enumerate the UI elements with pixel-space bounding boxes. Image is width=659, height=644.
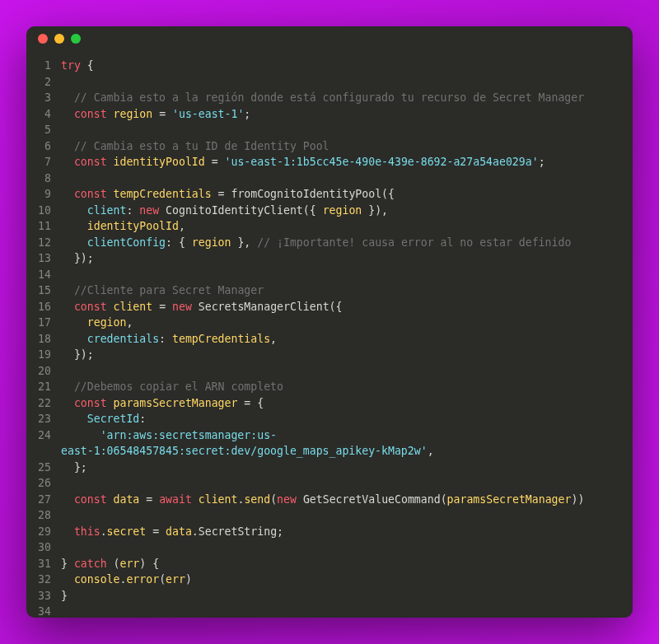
code-line[interactable]: 27 const data = await client.send(new Ge… [26,492,633,508]
code-content[interactable]: this.secret = data.SecretString; [61,524,633,540]
code-line[interactable]: 6 // Cambia esto a tu ID de Identity Poo… [26,138,633,155]
code-content[interactable]: } catch (err) { [61,556,633,572]
code-line[interactable]: 19 }); [26,347,633,363]
line-number: 15 [26,282,61,299]
code-content[interactable]: }); [61,347,633,363]
code-line[interactable]: 28 [26,507,633,524]
code-content[interactable]: SecretId: [61,411,633,427]
token-punc [107,156,114,168]
token-punc [61,284,74,296]
code-line[interactable]: 25 }; [26,460,633,476]
token-cls: GetSecretValueCommand [303,493,441,506]
code-content[interactable]: }); [61,250,633,267]
token-var: region [87,316,127,329]
code-line[interactable]: 3 // Cambia esto a la región donde está … [26,90,633,106]
token-var: region [323,204,362,217]
code-line[interactable]: 20 [26,363,633,380]
code-line[interactable]: 26 [26,475,633,492]
code-content[interactable]: const paramsSecretManager = { [61,395,633,412]
code-line[interactable]: 9 const tempCredentials = fromCognitoIde… [26,186,633,203]
code-line[interactable]: 23 SecretId: [26,411,633,427]
code-content[interactable]: //Debemos copiar el ARN completo [61,379,633,395]
code-content[interactable] [61,363,633,380]
code-content[interactable]: const tempCredentials = fromCognitoIdent… [61,186,633,203]
token-punc: . [192,525,199,538]
code-content[interactable] [61,170,633,187]
code-line[interactable]: 13 }); [26,250,633,267]
code-content[interactable]: region, [61,315,633,331]
token-punc: = [139,493,159,506]
code-content[interactable]: east-1:06548457845:secret:dev/google_map… [61,443,633,460]
minimize-icon[interactable] [54,34,64,44]
token-punc [61,413,87,425]
code-content[interactable]: try { [61,58,633,74]
code-content[interactable]: // Cambia esto a tu ID de Identity Pool [61,138,633,155]
close-icon[interactable] [38,34,48,44]
window-titlebar [26,26,633,51]
code-line[interactable]: 12 clientConfig: { region }, // ¡Importa… [26,235,633,251]
code-content[interactable]: }; [61,460,633,476]
token-var: identityPoolId [87,220,179,232]
code-content[interactable]: clientConfig: { region }, // ¡Importante… [61,235,633,251]
code-line[interactable]: 14 [26,267,633,283]
token-str: 'arn:aws:secretsmanager:us- [100,429,277,441]
code-content[interactable]: } [61,588,633,604]
code-content[interactable]: const client = new SecretsManagerClient(… [61,299,633,315]
code-content[interactable]: 'arn:aws:secretsmanager:us- [61,427,633,444]
code-editor-window: 1try {23 // Cambia esto a la región dond… [26,26,633,618]
token-punc: ; [277,525,283,538]
code-line[interactable]: 34 [26,604,633,618]
code-line[interactable]: east-1:06548457845:secret:dev/google_map… [26,443,633,460]
code-content[interactable] [61,507,633,524]
code-line[interactable]: 1try { [26,58,633,74]
code-line[interactable]: 7 const identityPoolId = 'us-east-1:1b5c… [26,154,633,170]
token-cmt: // Cambia esto a tu ID de Identity Pool [74,140,330,152]
code-line[interactable]: 16 const client = new SecretsManagerClie… [26,299,633,315]
code-content[interactable] [61,122,633,138]
token-punc: . [100,525,107,538]
code-line[interactable]: 18 credentials: tempCredentials, [26,331,633,348]
code-line[interactable]: 31} catch (err) { [26,556,633,572]
code-content[interactable]: const region = 'us-east-1'; [61,106,633,123]
token-punc: ({ [330,301,343,313]
token-punc: ; [539,156,545,168]
code-content[interactable] [61,267,633,283]
token-punc [61,156,74,168]
code-line[interactable]: 22 const paramsSecretManager = { [26,395,633,412]
maximize-icon[interactable] [71,34,81,44]
code-line[interactable]: 5 [26,122,633,138]
code-line[interactable]: 15 //Cliente para Secret Manager [26,282,633,299]
code-content[interactable]: client: new CognitoIdentityClient({ regi… [61,203,633,219]
code-content[interactable] [61,475,633,492]
code-content[interactable] [61,539,633,556]
code-content[interactable]: // Cambia esto a la región donde está co… [61,90,633,106]
code-line[interactable]: 33} [26,588,633,604]
code-content[interactable]: const identityPoolId = 'us-east-1:1b5cc4… [61,154,633,170]
token-var: secret [107,525,147,538]
line-number: 19 [26,347,61,363]
token-punc: }; [61,461,87,474]
code-content[interactable] [61,604,633,618]
code-line[interactable]: 29 this.secret = data.SecretString; [26,524,633,540]
code-line[interactable]: 17 region, [26,315,633,331]
code-line[interactable]: 24 'arn:aws:secretsmanager:us- [26,427,633,444]
code-line[interactable]: 10 client: new CognitoIdentityClient({ r… [26,203,633,219]
token-kw: new [139,204,159,217]
token-var: paramsSecretManager [447,493,572,506]
code-content[interactable]: //Cliente para Secret Manager [61,282,633,299]
code-line[interactable]: 32 console.error(err) [26,572,633,588]
code-content[interactable]: identityPoolId, [61,218,633,235]
token-kw: new [172,301,192,313]
code-content[interactable]: console.error(err) [61,572,633,588]
code-content[interactable]: credentials: tempCredentials, [61,331,633,348]
code-line[interactable]: 21 //Debemos copiar el ARN completo [26,379,633,395]
code-line[interactable]: 11 identityPoolId, [26,218,633,235]
code-content[interactable] [61,74,633,91]
token-var: paramsSecretManager [114,397,238,409]
code-line[interactable]: 2 [26,74,633,91]
code-area[interactable]: 1try {23 // Cambia esto a la región dond… [26,51,633,618]
code-line[interactable]: 8 [26,170,633,187]
code-line[interactable]: 4 const region = 'us-east-1'; [26,106,633,123]
code-content[interactable]: const data = await client.send(new GetSe… [61,492,633,508]
code-line[interactable]: 30 [26,539,633,556]
